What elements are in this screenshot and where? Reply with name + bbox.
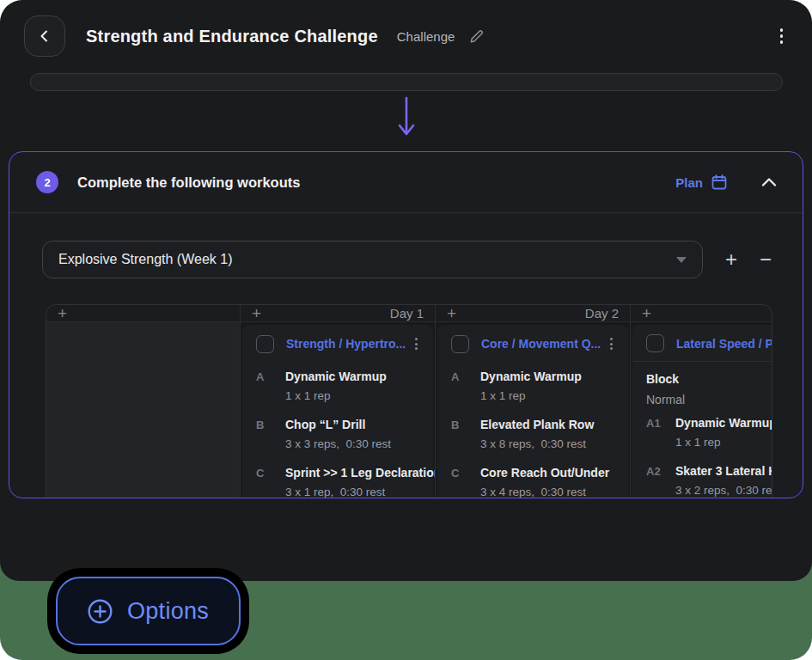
- exercise-row[interactable]: A Dynamic Warmup 1 x 1 rep: [242, 362, 433, 410]
- plus-circle-icon: [88, 599, 113, 624]
- screenshot-canvas: Strength and Endurance Challenge Challen…: [0, 0, 812, 660]
- calendar-icon: [711, 174, 727, 190]
- grid-header-cell-empty: +: [46, 305, 241, 321]
- step-title: Complete the following workouts: [77, 174, 300, 191]
- options-button-highlight-ring: Options: [47, 568, 249, 654]
- select-caret-icon: [676, 257, 687, 263]
- exercise-name: Dynamic Warmup: [675, 416, 772, 430]
- exercise-row[interactable]: C Core Reach Out/Under 3 x 4 reps, 0:30 …: [437, 458, 628, 498]
- options-label: Options: [127, 598, 209, 625]
- workout-week-select[interactable]: Explosive Strength (Week 1): [42, 241, 703, 278]
- step-2-header[interactable]: 2 Complete the following workouts Plan: [9, 152, 803, 213]
- exercise-row[interactable]: B Chop “L” Drill 3 x 3 reps, 0:30 rest: [242, 410, 433, 458]
- workout-card-day2: Core / Movement Q... A Dynamic Warmup 1 …: [437, 325, 628, 498]
- add-workout-day2-icon[interactable]: +: [447, 305, 456, 321]
- exercise-detail: 3 x 1 rep, 0:30 rest: [285, 486, 436, 498]
- exercise-detail: 1 x 1 rep: [480, 389, 582, 402]
- workout-checkbox[interactable]: [646, 334, 664, 352]
- remove-workout-button[interactable]: −: [760, 249, 772, 270]
- day2-label: Day 2: [585, 306, 619, 321]
- week-grid-header: + + Day 1 + Day 2 +: [46, 305, 772, 322]
- grid-body-cell-day2: Core / Movement Q... A Dynamic Warmup 1 …: [436, 322, 631, 498]
- collapse-section-button[interactable]: [761, 177, 777, 187]
- exercise-row[interactable]: A1 Dynamic Warmup 1 x 1 rep: [632, 408, 772, 456]
- workout-week-value: Explosive Strength (Week 1): [58, 252, 232, 267]
- add-workout-button[interactable]: +: [725, 249, 737, 270]
- edit-title-icon[interactable]: [468, 28, 485, 45]
- workout-card-day1: Strength / Hypertro... A Dynamic Warmup …: [242, 325, 433, 498]
- block-section: Block Normal: [632, 362, 772, 408]
- step-number-badge: 2: [36, 171, 58, 193]
- day1-label: Day 1: [390, 306, 424, 321]
- exercise-label: C: [451, 466, 480, 498]
- exercise-name: Skater 3 Lateral Ho: [675, 464, 772, 478]
- step-2-panel: 2 Complete the following workouts Plan: [9, 151, 803, 498]
- grid-body-cell-empty: [46, 322, 241, 498]
- step-2-body: Explosive Strength (Week 1) + − + +: [9, 213, 803, 498]
- add-workout-day3-icon[interactable]: +: [642, 305, 651, 321]
- exercise-label: A1: [646, 416, 675, 449]
- workout-menu-icon[interactable]: [607, 334, 616, 353]
- exercise-detail: 1 x 1 rep: [285, 389, 387, 402]
- grid-header-cell-day2: + Day 2: [436, 305, 631, 321]
- block-label: Block: [646, 372, 772, 386]
- chevron-up-icon: [761, 177, 777, 187]
- exercise-name: Core Reach Out/Under: [480, 466, 609, 480]
- previous-step-card[interactable]: [30, 73, 783, 91]
- add-workout-day1-icon[interactable]: +: [252, 305, 261, 321]
- challenge-type-label: Challenge: [397, 29, 455, 44]
- grid-header-cell-day1: + Day 1: [241, 305, 436, 321]
- workout-menu-icon[interactable]: [412, 334, 421, 353]
- exercise-row[interactable]: A Dynamic Warmup 1 x 1 rep: [437, 362, 628, 410]
- add-day-icon[interactable]: +: [58, 305, 67, 321]
- kebab-icon: [780, 28, 784, 32]
- workout-selector-row: Explosive Strength (Week 1) + −: [42, 241, 772, 278]
- exercise-label: B: [451, 418, 480, 450]
- exercise-label: A: [451, 370, 480, 402]
- exercise-name: Elevated Plank Row: [480, 418, 594, 431]
- week-grid: + + Day 1 + Day 2 +: [46, 304, 772, 498]
- back-button[interactable]: [24, 15, 65, 57]
- exercise-detail: 3 x 4 reps, 0:30 rest: [480, 486, 609, 498]
- chevron-left-icon: [38, 29, 52, 43]
- exercise-name: Dynamic Warmup: [480, 370, 582, 383]
- exercise-detail: 3 x 2 reps, 0:30 rest: [675, 484, 772, 497]
- workout-title[interactable]: Strength / Hypertro...: [286, 337, 406, 351]
- grid-body-cell-day3: Lateral Speed / Ply Block Normal A1 Dyna…: [631, 322, 772, 498]
- exercise-row[interactable]: C Sprint >> 1 Leg Declarations 3 x 1 rep…: [242, 458, 433, 498]
- workout-card-header: Strength / Hypertro...: [242, 325, 433, 362]
- workout-card-header: Core / Movement Q...: [437, 325, 628, 362]
- workout-card-day3: Lateral Speed / Ply Block Normal A1 Dyna…: [632, 325, 772, 498]
- plan-label: Plan: [675, 175, 703, 190]
- grid-body-cell-day1: Strength / Hypertro... A Dynamic Warmup …: [241, 322, 436, 498]
- exercise-detail: 3 x 8 reps, 0:30 rest: [480, 437, 594, 450]
- grid-header-cell-day3: +: [631, 305, 772, 321]
- exercise-row[interactable]: B Elevated Plank Row 3 x 8 reps, 0:30 re…: [437, 410, 628, 458]
- exercise-name: Chop “L” Drill: [285, 418, 391, 431]
- workout-title[interactable]: Lateral Speed / Ply: [676, 337, 772, 351]
- app-header: Strength and Endurance Challenge Challen…: [0, 0, 812, 72]
- workout-checkbox[interactable]: [451, 335, 469, 353]
- exercise-label: A: [256, 370, 285, 402]
- exercise-label: A2: [646, 464, 675, 497]
- exercise-row[interactable]: A2 Skater 3 Lateral Ho 3 x 2 reps, 0:30 …: [632, 456, 772, 498]
- page-title: Strength and Endurance Challenge: [86, 27, 378, 46]
- workout-checkbox[interactable]: [256, 335, 274, 353]
- flow-arrow-down-icon: [395, 96, 418, 138]
- exercise-detail: 3 x 3 reps, 0:30 rest: [285, 437, 391, 450]
- plan-link[interactable]: Plan: [675, 174, 727, 190]
- options-button[interactable]: Options: [56, 577, 241, 645]
- block-type: Normal: [646, 393, 772, 406]
- exercise-label: B: [256, 418, 285, 450]
- workout-title[interactable]: Core / Movement Q...: [481, 337, 601, 351]
- week-grid-body: Strength / Hypertro... A Dynamic Warmup …: [46, 322, 772, 498]
- workout-card-header: Lateral Speed / Ply: [632, 325, 772, 362]
- more-menu-button[interactable]: [775, 23, 789, 49]
- exercise-label: C: [256, 466, 285, 498]
- exercise-name: Dynamic Warmup: [285, 370, 387, 383]
- exercise-detail: 1 x 1 rep: [675, 436, 772, 449]
- exercise-name: Sprint >> 1 Leg Declarations: [285, 466, 436, 480]
- app-window: Strength and Endurance Challenge Challen…: [0, 0, 812, 581]
